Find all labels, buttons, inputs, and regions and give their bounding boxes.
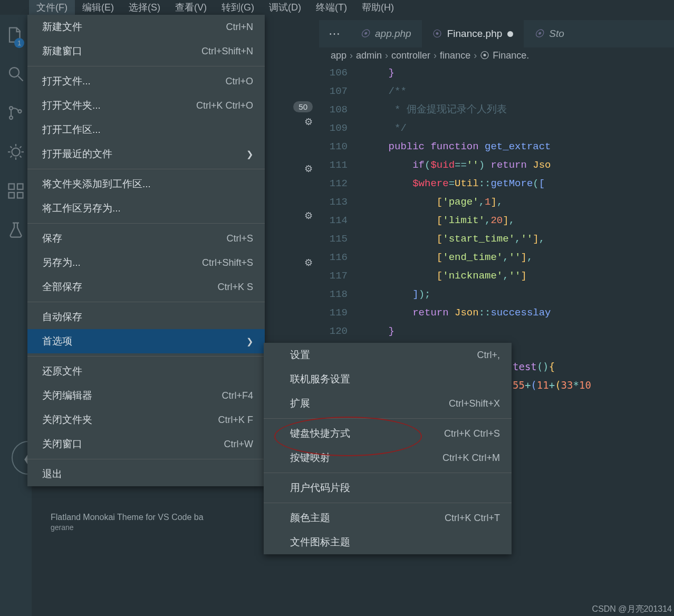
- menu-item[interactable]: 新建文件Ctrl+N: [27, 15, 265, 39]
- code-snippet-partial: test(){ 55+(11+(33*10: [513, 358, 591, 394]
- explorer-icon[interactable]: 1: [6, 25, 25, 44]
- badge: 1: [14, 38, 24, 48]
- menu-item[interactable]: 还原文件: [27, 359, 265, 383]
- menu-item[interactable]: 另存为...Ctrl+Shift+S: [27, 251, 265, 275]
- menu-item[interactable]: 关闭文件夹Ctrl+K F: [27, 408, 265, 432]
- menu-file[interactable]: 文件(F): [29, 0, 75, 16]
- crumb[interactable]: admin: [356, 50, 382, 61]
- extensions-icon[interactable]: [6, 181, 25, 200]
- menu-edit[interactable]: 编辑(E): [75, 0, 121, 16]
- menu-item[interactable]: 打开工作区...: [27, 118, 265, 142]
- testing-icon[interactable]: [6, 220, 25, 239]
- menu-item[interactable]: 打开文件...Ctrl+O: [27, 69, 265, 93]
- crumb[interactable]: app: [331, 50, 346, 61]
- submenu-item[interactable]: 按键映射Ctrl+K Ctrl+M: [264, 446, 512, 470]
- menu-item[interactable]: 全部保存Ctrl+K S: [27, 275, 265, 299]
- menubar: 文件(F) 编辑(E) 选择(S) 查看(V) 转到(G) 调试(D) 终端(T…: [0, 0, 674, 15]
- menu-item[interactable]: 自动保存: [27, 305, 265, 329]
- svg-point-1: [9, 107, 13, 110]
- menu-item[interactable]: 保存Ctrl+S: [27, 226, 265, 251]
- svg-rect-8: [17, 192, 23, 198]
- menu-item[interactable]: 打开文件夹...Ctrl+K Ctrl+O: [27, 93, 265, 118]
- submenu-item[interactable]: 文件图标主题: [264, 530, 512, 554]
- menu-view[interactable]: 查看(V): [168, 0, 214, 16]
- svg-point-4: [12, 148, 20, 156]
- gear-icon[interactable]: ⚙: [304, 210, 313, 222]
- search-icon[interactable]: [6, 64, 25, 83]
- menu-item[interactable]: 关闭窗口Ctrl+W: [27, 432, 265, 456]
- editor-area: ⋯ ⦿app.php ⦿Finance.php ⦿Sto app› admin›…: [319, 20, 674, 341]
- menu-goto[interactable]: 转到(G): [214, 0, 262, 16]
- menu-select[interactable]: 选择(S): [121, 0, 168, 16]
- breadcrumb: app› admin› controller› finance› ⦿ Finan…: [319, 47, 674, 64]
- source-control-icon[interactable]: [6, 103, 25, 122]
- menu-item[interactable]: 将工作区另存为...: [27, 196, 265, 220]
- submenu-item[interactable]: 联机服务设置: [264, 367, 512, 391]
- svg-rect-5: [9, 184, 15, 190]
- ext-description: Flatland Monokai Theme for VS Code ba ge…: [51, 513, 204, 532]
- svg-point-2: [9, 116, 13, 119]
- menu-help[interactable]: 帮助(H): [354, 0, 401, 16]
- menu-item[interactable]: 首选项❯: [27, 329, 265, 353]
- submenu-item[interactable]: 颜色主题Ctrl+K Ctrl+T: [264, 506, 512, 530]
- gear-icon[interactable]: ⚙: [304, 163, 313, 175]
- svg-point-0: [9, 68, 19, 77]
- svg-rect-6: [17, 184, 23, 190]
- dirty-dot-icon: [507, 31, 513, 37]
- menu-item[interactable]: 新建窗口Ctrl+Shift+N: [27, 39, 265, 63]
- crumb[interactable]: finance: [440, 50, 470, 61]
- watermark: CSDN @月亮201314: [592, 604, 672, 615]
- tab-overflow[interactable]: ⋯: [319, 20, 350, 47]
- submenu-item[interactable]: 设置Ctrl+,: [264, 343, 512, 367]
- menu-item[interactable]: 关闭编辑器Ctrl+F4: [27, 383, 265, 408]
- debug-icon[interactable]: [6, 142, 25, 161]
- submenu-item[interactable]: 用户代码片段: [264, 476, 512, 500]
- menu-item[interactable]: 打开最近的文件❯: [27, 142, 265, 166]
- tab-row: ⋯ ⦿app.php ⦿Finance.php ⦿Sto: [319, 20, 674, 47]
- tab-sto[interactable]: ⦿Sto: [524, 20, 575, 47]
- php-icon: ⦿: [534, 28, 544, 40]
- activity-bar: 1: [0, 15, 32, 616]
- menu-item[interactable]: 退出: [27, 462, 265, 486]
- menu-item[interactable]: 将文件夹添加到工作区...: [27, 172, 265, 196]
- crumb[interactable]: Finance.: [493, 50, 529, 61]
- tab-finance-php[interactable]: ⦿Finance.php: [422, 20, 524, 47]
- gear-icon[interactable]: ⚙: [304, 116, 313, 128]
- menu-debug[interactable]: 调试(D): [262, 0, 309, 16]
- svg-rect-7: [9, 192, 15, 198]
- php-icon: ⦿: [432, 28, 442, 40]
- preferences-submenu: 设置Ctrl+,联机服务设置扩展Ctrl+Shift+X键盘快捷方式Ctrl+K…: [264, 343, 512, 554]
- gear-icon[interactable]: ⚙: [304, 257, 313, 268]
- code-editor[interactable]: 106 }107 /**108 * 佣金提现记录个人列表109 */110 pu…: [319, 64, 674, 341]
- tab-app-php[interactable]: ⦿app.php: [350, 20, 422, 47]
- ext-count-badge: 50: [293, 101, 313, 112]
- crumb[interactable]: controller: [391, 50, 430, 61]
- php-icon: ⦿: [480, 50, 489, 61]
- submenu-item[interactable]: 键盘快捷方式Ctrl+K Ctrl+S: [264, 421, 512, 446]
- file-menu-dropdown: 新建文件Ctrl+N新建窗口Ctrl+Shift+N打开文件...Ctrl+O打…: [27, 15, 265, 486]
- submenu-item[interactable]: 扩展Ctrl+Shift+X: [264, 391, 512, 416]
- php-icon: ⦿: [360, 28, 370, 40]
- menu-terminal[interactable]: 终端(T): [309, 0, 354, 16]
